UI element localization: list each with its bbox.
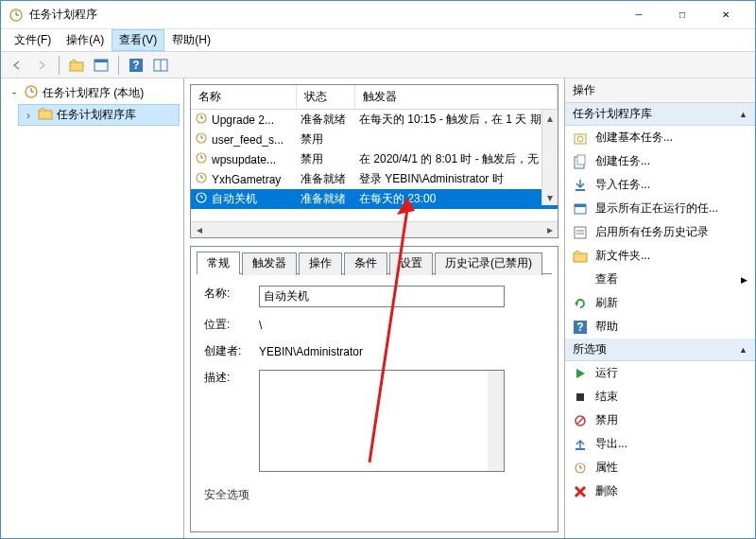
tab-conditions[interactable]: 条件 <box>344 252 387 275</box>
scroll-up-icon[interactable]: ▴ <box>542 110 558 126</box>
action-end[interactable]: 结束 <box>565 385 755 409</box>
action-delete[interactable]: 删除 <box>565 479 755 503</box>
action-refresh[interactable]: 刷新 <box>565 291 755 315</box>
vscrollbar[interactable]: ▴ ▾ <box>541 110 558 205</box>
export-icon <box>573 437 588 452</box>
view-icon <box>573 272 588 287</box>
tab-general[interactable]: 常规 <box>197 252 240 274</box>
hscrollbar[interactable]: ◂ ▸ <box>191 221 558 237</box>
menu-help[interactable]: 帮助(H) <box>164 29 218 51</box>
left-tree-pane: ⁃ 任务计划程序 (本地) › 任务计划程序库 <box>1 78 184 538</box>
col-header-trigger[interactable]: 触发器 <box>355 85 558 109</box>
tree-expand-icon[interactable]: › <box>23 109 34 122</box>
running-icon <box>573 201 588 217</box>
svg-rect-3 <box>70 62 83 71</box>
svg-rect-33 <box>576 189 585 191</box>
titlebar: 任务计划程序 ─ □ ✕ <box>1 1 755 29</box>
action-new-basic[interactable]: 创建基本任务... <box>565 126 755 149</box>
clock-icon <box>195 151 208 167</box>
svg-rect-47 <box>576 448 585 450</box>
svg-rect-39 <box>574 253 587 262</box>
disable-icon <box>573 413 588 428</box>
detail-tabs: 常规 触发器 操作 条件 设置 历史记录(已禁用) <box>191 247 558 273</box>
toolbar-separator <box>59 56 60 75</box>
tab-triggers[interactable]: 触发器 <box>242 252 297 275</box>
tree-child-label: 任务计划程序库 <box>57 107 136 123</box>
back-button[interactable] <box>7 55 27 76</box>
action-import[interactable]: 导入任务... <box>565 173 755 197</box>
location-label: 位置: <box>204 317 251 333</box>
desc-textarea[interactable] <box>259 370 505 472</box>
task-row[interactable]: YxhGametray 准备就绪 登录 YEBIN\Administrator … <box>191 169 558 189</box>
tab-settings[interactable]: 设置 <box>389 252 433 275</box>
collapse-caret-icon: ▲ <box>739 345 747 355</box>
action-view[interactable]: 查看▶ <box>565 268 755 291</box>
location-value: \ <box>259 317 262 334</box>
task-list-header: 名称 状态 触发器 <box>191 85 558 110</box>
layout-button[interactable] <box>150 55 171 76</box>
svg-rect-5 <box>94 60 108 62</box>
task-row[interactable]: Upgrade 2... 准备就绪 在每天的 10:15 - 触发后，在 1 天… <box>191 110 558 130</box>
app-window: 任务计划程序 ─ □ ✕ 文件(F) 操作(A) 查看(V) 帮助(H) ? ⁃… <box>0 0 756 539</box>
svg-marker-43 <box>576 369 585 378</box>
name-label: 名称: <box>204 286 251 302</box>
menu-action[interactable]: 操作(A) <box>59 29 112 51</box>
close-button[interactable]: ✕ <box>704 1 747 29</box>
clock-icon <box>195 171 208 187</box>
forward-button[interactable] <box>31 55 52 76</box>
actions-group-header[interactable]: 任务计划程序库▲ <box>565 103 755 126</box>
menu-view[interactable]: 查看(V) <box>112 29 164 51</box>
task-row[interactable]: wpsupdate... 禁用 在 2020/4/1 的 8:01 时 - 触发… <box>191 149 558 169</box>
clock-icon <box>24 84 39 102</box>
col-header-status[interactable]: 状态 <box>297 85 355 109</box>
action-enable-history[interactable]: 启用所有任务历史记录 <box>565 220 755 244</box>
creator-label: 创建者: <box>204 343 251 359</box>
action-properties[interactable]: 属性 <box>565 456 755 479</box>
menu-file[interactable]: 文件(F) <box>7 29 59 51</box>
task-row-selected[interactable]: 自动关机 准备就绪 在每天的 23:00 <box>191 189 558 209</box>
actions-group-header[interactable]: 所选项▲ <box>565 339 755 361</box>
tab-actions[interactable]: 操作 <box>299 252 342 275</box>
scroll-right-icon[interactable]: ▸ <box>541 222 558 238</box>
toolbar: ? <box>1 52 755 78</box>
maximize-button[interactable]: □ <box>661 1 704 29</box>
creator-value: YEBIN\Administrator <box>259 343 363 360</box>
action-new-folder[interactable]: 新文件夹... <box>565 244 755 268</box>
help-button[interactable]: ? <box>126 55 146 76</box>
panel-toggle-button[interactable] <box>91 55 112 76</box>
actions-scroll: 任务计划程序库▲创建基本任务...创建任务...导入任务...显示所有正在运行的… <box>565 103 755 503</box>
actions-pane: 操作 任务计划程序库▲创建基本任务...创建任务...导入任务...显示所有正在… <box>564 78 755 538</box>
svg-text:?: ? <box>132 59 139 72</box>
window-title: 任务计划程序 <box>29 7 617 23</box>
action-running[interactable]: 显示所有正在运行的任... <box>565 197 755 220</box>
clock-icon <box>195 112 208 128</box>
action-new-task[interactable]: 创建任务... <box>565 149 755 173</box>
clock-icon <box>195 131 208 148</box>
menubar: 文件(F) 操作(A) 查看(V) 帮助(H) <box>1 29 755 52</box>
action-help[interactable]: ?帮助 <box>565 315 755 339</box>
col-header-name[interactable]: 名称 <box>191 85 297 109</box>
scroll-left-icon[interactable]: ◂ <box>191 222 207 238</box>
task-row[interactable]: user_feed_s... 禁用 <box>191 130 558 149</box>
chevron-right-icon: ▶ <box>741 275 747 285</box>
tab-history[interactable]: 历史记录(已禁用) <box>435 252 542 275</box>
action-run[interactable]: 运行 <box>565 361 755 385</box>
scroll-down-icon[interactable]: ▾ <box>542 189 558 205</box>
action-export[interactable]: 导出... <box>565 432 755 456</box>
window-controls: ─ □ ✕ <box>617 1 747 29</box>
end-icon <box>573 390 588 405</box>
up-level-button[interactable] <box>66 55 87 76</box>
action-disable[interactable]: 禁用 <box>565 409 755 432</box>
tree-root[interactable]: ⁃ 任务计划程序 (本地) <box>5 82 180 104</box>
actions-pane-header: 操作 <box>565 78 755 103</box>
toolbar-separator <box>118 56 119 75</box>
tree-child-library[interactable]: › 任务计划程序库 <box>18 104 180 126</box>
desc-label: 描述: <box>204 370 251 386</box>
svg-rect-36 <box>575 227 586 238</box>
tree-root-label: 任务计划程序 (本地) <box>43 85 144 101</box>
name-field[interactable]: 自动关机 <box>259 286 505 307</box>
tree-collapse-icon[interactable]: ⁃ <box>9 87 20 100</box>
minimize-button[interactable]: ─ <box>617 1 661 29</box>
svg-rect-44 <box>576 393 584 401</box>
textarea-scrollbar[interactable] <box>488 371 504 471</box>
